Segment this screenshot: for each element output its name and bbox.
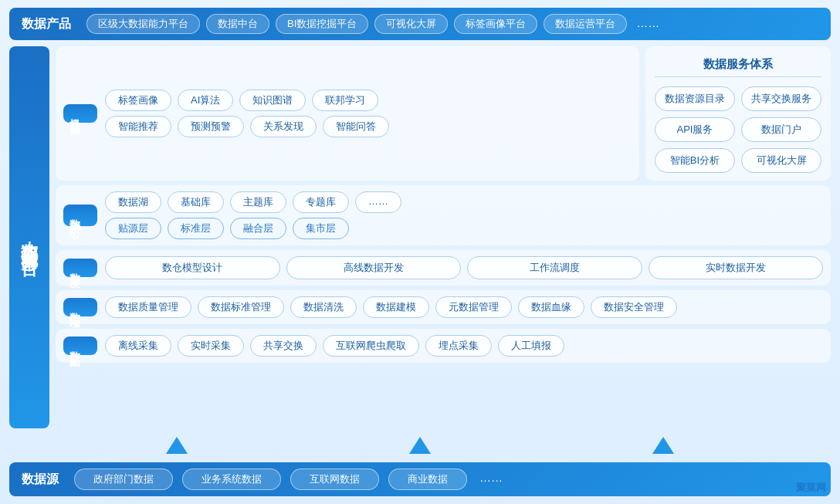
service-bi-analysis: 智能BI分析 [655,148,735,173]
assets-content: 数据湖 基础库 主题库 专题库 …… 贴源层 标准层 融合层 集市层 [105,191,823,239]
tag-data-ops: 数据运营平台 [544,14,627,34]
tag-workflow: 工作流调度 [467,256,642,279]
tag-quality-mgmt: 数据质量管理 [105,296,191,318]
tag-data-lineage: 数据血缘 [518,296,584,318]
tag-share-exchange: 共享交换 [250,335,317,357]
data-dev-section: 数据开发 数仓模型设计 高线数据开发 工作流调度 实时数据开发 [56,250,831,286]
middle-section: 大数据能力平台 场景赋能 标签画像 AI算法 知识图谱 联邦学习 [9,46,831,428]
arrow-1 [166,437,188,454]
tag-security-mgmt: 数据安全管理 [591,296,677,318]
gov-label: 数据治理 [63,298,97,316]
tag-biz-system: 业务系统数据 [182,468,281,490]
tag-base-lib: 基础库 [168,191,224,213]
gov-content: 数据质量管理 数据标准管理 数据清洗 数据建模 元数据管理 数据血缘 数据安全管… [105,296,823,318]
tag-more-dots: …… [633,14,662,34]
tag-data-clean: 数据清洗 [290,296,357,318]
scene-tags-row1: 标签画像 AI算法 知识图谱 联邦学习 [105,90,632,111]
data-source-tags: 政府部门数据 业务系统数据 互联网数据 商业数据 …… [74,468,818,490]
tag-label-portrait-s: 标签画像 [105,90,171,111]
tag-predict-warn: 预测预警 [178,116,244,137]
tag-market-layer: 集市层 [293,218,349,239]
service-data-portal: 数据门户 [741,117,821,142]
service-visual-screen: 可视化大屏 [741,148,821,173]
platform-label: 大数据能力平台 [9,46,49,428]
data-service-section: 数据服务体系 数据资源目录 共享交换服务 API服务 数据门户 智能BI分析 可… [645,46,831,181]
tag-theme-lib: 主题库 [230,191,286,213]
scene-tags-row2: 智能推荐 预测预警 关系发现 智能问答 [105,116,632,137]
tag-assets-dots: …… [355,191,401,213]
data-source-bar: 数据源 政府部门数据 业务系统数据 互联网数据 商业数据 …… [9,462,831,496]
tag-relation-discover: 关系发现 [250,116,317,137]
arrows-row [9,435,831,456]
tag-commercial-data: 商业数据 [388,468,467,490]
tag-realtime-dev: 实时数据开发 [649,256,824,279]
arrow-2 [409,437,431,454]
service-data-catalog: 数据资源目录 [655,86,735,111]
main-container: 数据产品 区级大数据能力平台 数据中台 BI数据挖掘平台 可视化大屏 标签画像平… [0,0,840,504]
data-collect-section: 数据采集 离线采集 实时采集 共享交换 互联网爬虫爬取 埋点采集 人工填报 [56,329,831,363]
collect-content: 离线采集 实时采集 共享交换 互联网爬虫爬取 埋点采集 人工填报 [105,335,823,357]
assets-tags-row1: 数据湖 基础库 主题库 专题库 …… [105,191,823,213]
platform-label-text: 大数据能力平台 [19,227,39,249]
tag-metadata-mgmt: 元数据管理 [435,296,512,318]
scene-content: 标签画像 AI算法 知识图谱 联邦学习 智能推荐 预测预警 关系发现 智能问答 [105,90,632,137]
bottom-dots: …… [476,468,506,490]
service-api: API服务 [655,117,735,142]
watermark: 聚菜网 [796,481,826,495]
service-grid: 数据资源目录 共享交换服务 API服务 数据门户 智能BI分析 可视化大屏 [655,86,821,173]
tag-source-layer: 贴源层 [105,218,161,239]
tag-smart-qa: 智能问答 [323,116,389,137]
tag-district-bigdata: 区级大数据能力平台 [86,14,200,34]
data-products-tags: 区级大数据能力平台 数据中台 BI数据挖掘平台 可视化大屏 标签画像平台 数据运… [86,14,818,34]
scene-label: 场景赋能 [63,104,97,123]
arrow-3 [652,437,674,454]
data-source-title: 数据源 [22,472,59,488]
tag-standard-mgmt: 数据标准管理 [198,296,284,318]
service-share-exchange: 共享交换服务 [741,86,821,111]
tag-warehouse-design: 数仓模型设计 [105,256,280,279]
tag-internet-data: 互联网数据 [290,468,379,490]
tag-manual-fill: 人工填报 [498,335,564,357]
tag-offline-collect: 离线采集 [105,335,171,357]
tag-bi-mining: BI数据挖掘平台 [276,14,368,34]
data-products-title: 数据产品 [22,16,71,32]
tag-gov-dept: 政府部门数据 [74,468,173,490]
dev-label: 数据开发 [63,259,97,277]
tag-label-portrait: 标签画像平台 [454,14,537,34]
tag-data-model: 数据建模 [363,296,429,318]
scene-section: 场景赋能 标签画像 AI算法 知识图谱 联邦学习 智能推荐 预测预警 关系发现 [56,46,639,181]
collect-label: 数据采集 [63,337,97,355]
assets-tags-row2: 贴源层 标准层 融合层 集市层 [105,218,823,239]
tag-visual-screen: 可视化大屏 [374,14,448,34]
tag-web-crawl: 互联网爬虫爬取 [323,335,419,357]
service-title: 数据服务体系 [655,54,821,77]
data-gov-section: 数据治理 数据质量管理 数据标准管理 数据清洗 数据建模 元数据管理 数据血缘 … [56,290,831,324]
tag-highline-dev: 高线数据开发 [286,256,462,279]
data-assets-section: 数据资产中心 数据湖 基础库 主题库 专题库 …… 贴源层 标准层 融合层 集市… [56,185,831,245]
tag-event-collect: 埋点采集 [425,335,492,357]
tag-special-lib: 专题库 [293,191,349,213]
tag-knowledge-graph: 知识图谱 [239,90,306,111]
tag-smart-recommend: 智能推荐 [105,116,171,137]
tag-ai-algo: AI算法 [178,90,233,111]
center-content: 场景赋能 标签画像 AI算法 知识图谱 联邦学习 智能推荐 预测预警 关系发现 [56,46,831,428]
tag-data-center: 数据中台 [206,14,269,34]
data-products-bar: 数据产品 区级大数据能力平台 数据中台 BI数据挖掘平台 可视化大屏 标签画像平… [9,8,831,40]
tag-realtime-collect: 实时采集 [178,335,244,357]
tag-federated-learn: 联邦学习 [312,90,378,111]
tag-standard-layer: 标准层 [168,218,224,239]
top-row-section: 场景赋能 标签画像 AI算法 知识图谱 联邦学习 智能推荐 预测预警 关系发现 [56,46,831,181]
tag-fusion-layer: 融合层 [230,218,286,239]
assets-label: 数据资产中心 [63,205,97,226]
dev-content: 数仓模型设计 高线数据开发 工作流调度 实时数据开发 [105,256,823,279]
tag-data-lake: 数据湖 [105,191,161,213]
